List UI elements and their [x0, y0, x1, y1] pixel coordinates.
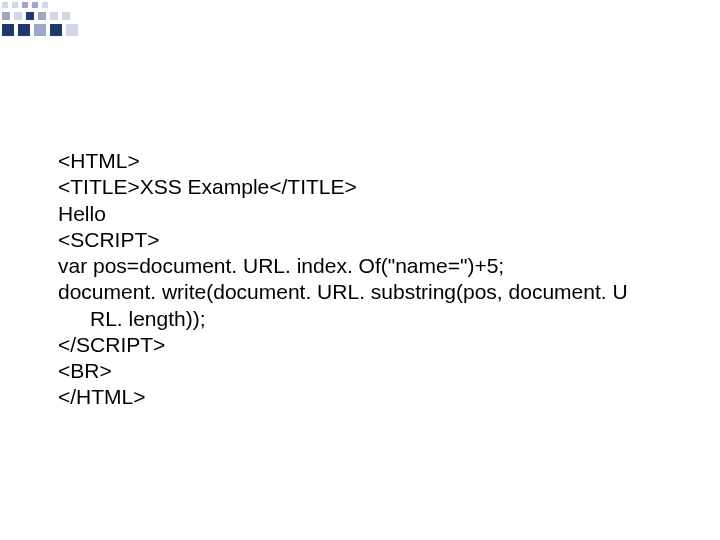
svg-rect-7 — [26, 12, 34, 20]
code-line: var pos=document. URL. index. Of("name="… — [58, 253, 658, 279]
svg-rect-13 — [34, 24, 46, 36]
svg-rect-2 — [22, 2, 28, 8]
slide: <HTML> <TITLE>XSS Example</TITLE> Hello … — [0, 0, 720, 540]
svg-rect-0 — [2, 2, 8, 8]
svg-rect-1 — [12, 2, 18, 8]
svg-rect-15 — [66, 24, 78, 36]
code-line: Hello — [58, 201, 658, 227]
svg-rect-8 — [38, 12, 46, 20]
svg-rect-3 — [32, 2, 38, 8]
code-line: document. write(document. URL. substring… — [58, 279, 658, 305]
code-line: RL. length)); — [58, 306, 658, 332]
code-line: <TITLE>XSS Example</TITLE> — [58, 174, 658, 200]
svg-rect-10 — [62, 12, 70, 20]
svg-rect-9 — [50, 12, 58, 20]
svg-rect-12 — [18, 24, 30, 36]
code-line: <BR> — [58, 358, 658, 384]
svg-rect-11 — [2, 24, 14, 36]
code-line: <SCRIPT> — [58, 227, 658, 253]
code-line: <HTML> — [58, 148, 658, 174]
corner-squares-decoration — [0, 0, 120, 40]
code-line: </SCRIPT> — [58, 332, 658, 358]
code-example: <HTML> <TITLE>XSS Example</TITLE> Hello … — [58, 148, 658, 411]
svg-rect-5 — [2, 12, 10, 20]
svg-rect-6 — [14, 12, 22, 20]
svg-rect-14 — [50, 24, 62, 36]
svg-rect-4 — [42, 2, 48, 8]
code-line: </HTML> — [58, 384, 658, 410]
